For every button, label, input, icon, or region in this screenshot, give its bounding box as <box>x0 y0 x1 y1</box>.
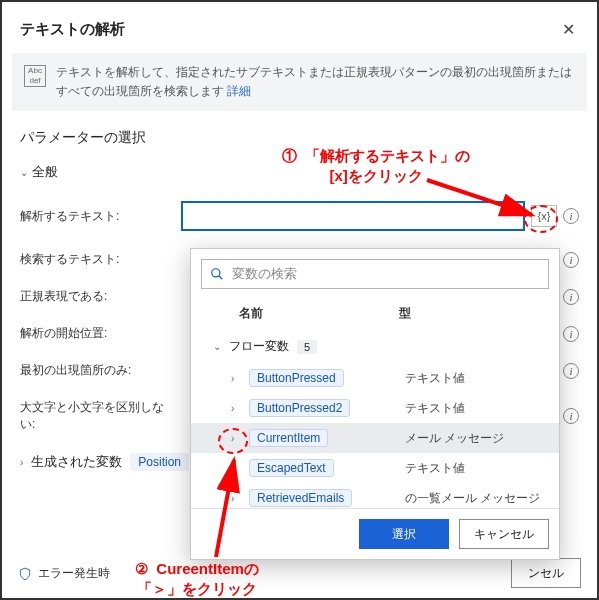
select-button[interactable]: 選択 <box>359 519 449 549</box>
var-type: テキスト値 <box>405 460 545 477</box>
var-type: の一覧メール メッセージ <box>405 490 545 507</box>
info-banner: Abc def テキストを解析して、指定されたサブテキストまたは正規表現パターン… <box>12 53 587 111</box>
var-type: テキスト値 <box>405 370 545 387</box>
info-icon[interactable]: i <box>563 326 579 342</box>
var-name: ButtonPressed2 <box>249 399 350 417</box>
info-icon[interactable]: i <box>563 252 579 268</box>
group-general-label: 全般 <box>32 163 58 181</box>
label-parse-text: 解析するテキスト: <box>20 208 175 225</box>
var-name: ButtonPressed <box>249 369 344 387</box>
parse-text-icon: Abc def <box>24 65 46 87</box>
info-text: テキストを解析して、指定されたサブテキストまたは正規表現パターンの最初の出現箇所… <box>56 65 572 98</box>
label-start-pos: 解析の開始位置: <box>20 325 175 342</box>
search-icon <box>210 267 224 281</box>
chevron-down-icon: ⌄ <box>213 341 221 352</box>
svg-point-0 <box>212 269 220 277</box>
details-link[interactable]: 詳細 <box>227 84 251 98</box>
dialog-cancel-button[interactable]: ンセル <box>511 558 581 588</box>
label-case-sensitive: 大文字と小文字を区別しない: <box>20 399 175 433</box>
label-first-only: 最初の出現箇所のみ: <box>20 362 175 379</box>
label-search-text: 検索するテキスト: <box>20 251 175 268</box>
tree-group-count: 5 <box>297 340 317 354</box>
parse-text-input[interactable] <box>181 201 525 231</box>
tree-group-flow-vars[interactable]: ⌄ フロー変数 5 <box>191 330 559 363</box>
section-title: パラメーターの選択 <box>20 129 579 147</box>
svg-line-1 <box>219 276 223 280</box>
search-placeholder: 変数の検索 <box>232 265 297 283</box>
var-type: メール メッセージ <box>405 430 545 447</box>
cancel-button[interactable]: キャンセル <box>459 519 549 549</box>
label-is-regex: 正規表現である: <box>20 288 175 305</box>
col-name-header: 名前 <box>239 305 399 322</box>
var-name: CurrentItem <box>249 429 328 447</box>
var-name: RetrievedEmails <box>249 489 352 507</box>
tree-item[interactable]: › EscapedText テキスト値 <box>191 453 559 483</box>
group-general[interactable]: ⌄ 全般 <box>20 163 579 181</box>
var-type: テキスト値 <box>405 400 545 417</box>
tree-group-label: フロー変数 <box>229 338 289 355</box>
info-icon[interactable]: i <box>563 208 579 224</box>
chevron-right-icon: › <box>231 463 241 474</box>
on-error-link[interactable]: エラー発生時 <box>38 565 110 582</box>
chevron-right-icon: › <box>231 493 241 504</box>
dialog-title: テキストの解析 <box>20 20 125 39</box>
tree-item[interactable]: › ButtonPressed テキスト値 <box>191 363 559 393</box>
generated-vars-label: 生成された変数 <box>31 453 122 471</box>
chevron-right-icon: › <box>231 373 241 384</box>
tree-item-current[interactable]: › CurrentItem メール メッセージ <box>191 423 559 453</box>
annotation-2-text: ② CureentItemの 「＞」をクリック <box>135 559 259 598</box>
generated-var-badge: Position <box>130 453 189 471</box>
var-name: EscapedText <box>249 459 334 477</box>
chevron-right-icon[interactable]: › <box>20 457 23 468</box>
tree-item[interactable]: › RetrievedEmails の一覧メール メッセージ <box>191 483 559 508</box>
chevron-right-icon: › <box>231 433 241 444</box>
shield-icon <box>18 566 32 582</box>
info-icon[interactable]: i <box>563 408 579 424</box>
col-type-header: 型 <box>399 305 411 322</box>
info-icon[interactable]: i <box>563 363 579 379</box>
variable-search-input[interactable]: 変数の検索 <box>201 259 549 289</box>
chevron-down-icon: ⌄ <box>20 167 28 178</box>
variable-picker: 変数の検索 名前 型 ⌄ フロー変数 5 › ButtonPressed テキス… <box>190 248 560 560</box>
info-icon[interactable]: i <box>563 289 579 305</box>
tree-item[interactable]: › ButtonPressed2 テキスト値 <box>191 393 559 423</box>
chevron-right-icon: › <box>231 403 241 414</box>
close-icon[interactable]: ✕ <box>558 16 579 43</box>
parse-text-var-button[interactable]: {x} <box>531 205 557 227</box>
